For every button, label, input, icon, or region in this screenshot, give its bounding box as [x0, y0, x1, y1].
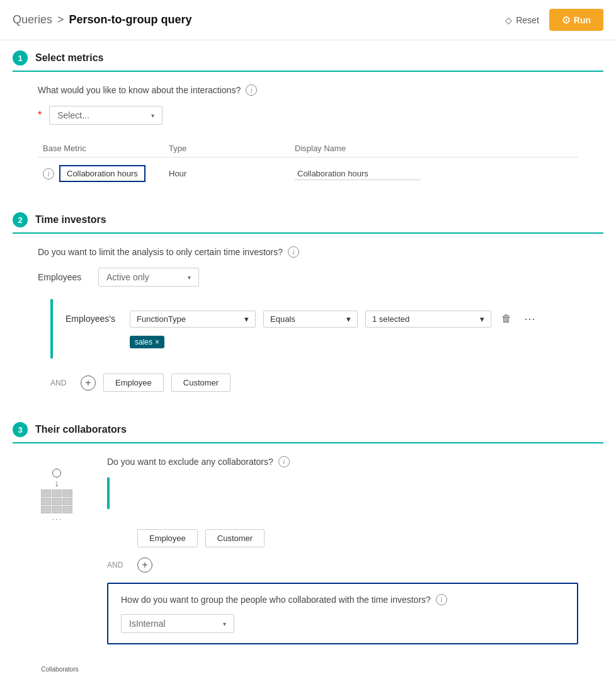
- metrics-table-header: Base Metric Type Display Name: [38, 140, 578, 157]
- filter-block: Employees's FunctionType ▾ Equals ▾ 1 se…: [50, 299, 578, 358]
- metric-info-icon[interactable]: i: [43, 168, 54, 180]
- more-options-button[interactable]: ⋯: [522, 309, 538, 328]
- section-select-metrics: 1 Select metrics What would you like to …: [0, 40, 616, 202]
- grid-cell: [62, 506, 72, 513]
- operator-value: Equals: [270, 314, 295, 324]
- run-button[interactable]: ⊙ Run: [549, 9, 603, 31]
- reset-icon: ◇: [505, 15, 512, 25]
- section1-info-icon[interactable]: i: [246, 84, 257, 96]
- group-box: How do you want to group the people who …: [107, 583, 578, 644]
- employees-chevron-icon: ▾: [188, 274, 191, 281]
- employee-filter-btn[interactable]: Employee: [103, 374, 164, 392]
- section2-header: 2 Time investors: [13, 202, 603, 234]
- and-label-section3-2: AND: [107, 561, 130, 569]
- filter-tags-row: sales ×: [66, 336, 566, 348]
- breadcrumb-parent[interactable]: Queries: [13, 13, 52, 26]
- select-row: * Select... ▾: [38, 106, 578, 125]
- section3-body: ↓ · · · Do you want to exclude any c: [13, 456, 603, 660]
- delete-filter-button[interactable]: 🗑: [499, 311, 514, 327]
- and-label-section2: AND: [50, 379, 73, 387]
- section1-question: What would you like to know about the in…: [38, 85, 241, 95]
- metric-type-value: Hour: [169, 169, 295, 178]
- metrics-table-row: i Collaboration hours Hour: [38, 160, 578, 187]
- col-type: Type: [169, 144, 295, 153]
- grid-cell: [52, 506, 62, 513]
- and-row-section3-bottom: AND +: [107, 557, 578, 573]
- section3-number: 3: [13, 422, 28, 437]
- section1-number: 1: [13, 50, 28, 66]
- breadcrumb-separator: >: [57, 13, 64, 26]
- value-selected: 1 selected: [372, 314, 409, 324]
- diagram-col: ↓: [52, 469, 61, 488]
- col-display-name: Display Name: [295, 144, 573, 153]
- customer-filter-btn[interactable]: Customer: [171, 374, 231, 392]
- group-info-icon[interactable]: i: [436, 594, 447, 605]
- operator-chevron-icon: ▾: [346, 314, 351, 324]
- select-placeholder: Select...: [57, 110, 89, 120]
- value-chevron-icon: ▾: [480, 314, 484, 324]
- operator-dropdown[interactable]: Equals ▾: [263, 311, 358, 328]
- group-chevron-icon: ▾: [223, 620, 226, 627]
- filter-row-main: Employees's FunctionType ▾ Equals ▾ 1 se…: [66, 309, 566, 328]
- group-box-question-row: How do you want to group the people who …: [121, 594, 564, 605]
- section2-info-icon[interactable]: i: [288, 246, 299, 258]
- diagram-dots-row: · · ·: [52, 516, 61, 523]
- grid-visual: [41, 489, 72, 513]
- employee-btn-section3[interactable]: Employee: [137, 529, 198, 547]
- add-filter-button[interactable]: +: [81, 375, 96, 391]
- run-label: Run: [574, 15, 591, 25]
- arrow-icon1: ↓: [55, 478, 59, 488]
- section1-title: Select metrics: [35, 52, 104, 64]
- customer-btn-section3[interactable]: Customer: [205, 529, 265, 547]
- section2-title: Time investors: [35, 214, 106, 226]
- function-type-value: FunctionType: [137, 314, 186, 324]
- section2-number: 2: [13, 212, 28, 227]
- sales-tag[interactable]: sales ×: [130, 336, 164, 348]
- value-dropdown[interactable]: 1 selected ▾: [365, 311, 491, 328]
- section3-question-row: Do you want to exclude any collaborators…: [107, 456, 578, 467]
- employees-value: Active only: [106, 272, 149, 282]
- section2-content: Do you want to limit the analysis to onl…: [13, 246, 603, 412]
- required-star: *: [38, 110, 42, 121]
- section3-question: Do you want to exclude any collaborators…: [107, 457, 273, 467]
- employees-dropdown[interactable]: Active only ▾: [98, 268, 199, 287]
- breadcrumb-current: Person-to-group query: [69, 13, 192, 26]
- grid-cell: [41, 506, 51, 513]
- filter-block-label: Employees's: [66, 314, 122, 324]
- grid-cell: [52, 498, 62, 505]
- grid-cell: [62, 489, 72, 497]
- tag-label: sales: [135, 338, 152, 346]
- section-time-investors: 2 Time investors Do you want to limit th…: [0, 202, 616, 412]
- grid-cell: [41, 489, 51, 497]
- section1-header: 1 Select metrics: [13, 40, 603, 72]
- metric-info-cell: i Collaboration hours: [43, 165, 169, 182]
- interactions-select[interactable]: Select... ▾: [49, 106, 163, 125]
- add-collab-filter-button[interactable]: +: [137, 557, 152, 573]
- grid-cell: [41, 498, 51, 505]
- bottom-diagram-area: Collaborators ↓ ↓ ↓: [13, 660, 603, 674]
- col-base-metric: Base Metric: [43, 144, 169, 153]
- reset-button[interactable]: ◇ Reset: [505, 15, 539, 25]
- tag-close-icon[interactable]: ×: [155, 338, 159, 346]
- grid-cell: [52, 489, 62, 497]
- group-select-value: IsInternal: [129, 619, 166, 629]
- and-row-section2: AND + Employee Customer: [50, 374, 578, 392]
- section2-question: Do you want to limit the analysis to onl…: [38, 247, 283, 257]
- function-type-dropdown[interactable]: FunctionType ▾: [130, 311, 256, 328]
- circle-node1: [52, 469, 61, 477]
- grid-cell: [62, 498, 72, 505]
- employees-label: Employees: [38, 272, 88, 282]
- section1-content: What would you like to know about the in…: [13, 84, 603, 202]
- metric-display-name-input[interactable]: [295, 168, 421, 180]
- section3-title: Their collaborators: [35, 424, 127, 435]
- section2-question-row: Do you want to limit the analysis to onl…: [38, 246, 578, 258]
- section1-question-row: What would you like to know about the in…: [38, 84, 578, 96]
- group-select-dropdown[interactable]: IsInternal ▾: [121, 614, 234, 633]
- section3-info-icon[interactable]: i: [278, 456, 290, 467]
- filter-wrapper: Employees's FunctionType ▾ Equals ▾ 1 se…: [50, 299, 578, 368]
- section3-content: Do you want to exclude any collaborators…: [94, 456, 603, 660]
- collab-diagram-area: ↓ · · ·: [25, 456, 94, 660]
- dots-icon: · · ·: [52, 516, 61, 523]
- section3-filter-block: [107, 477, 135, 509]
- diagram-circles-row: ↓: [52, 469, 61, 488]
